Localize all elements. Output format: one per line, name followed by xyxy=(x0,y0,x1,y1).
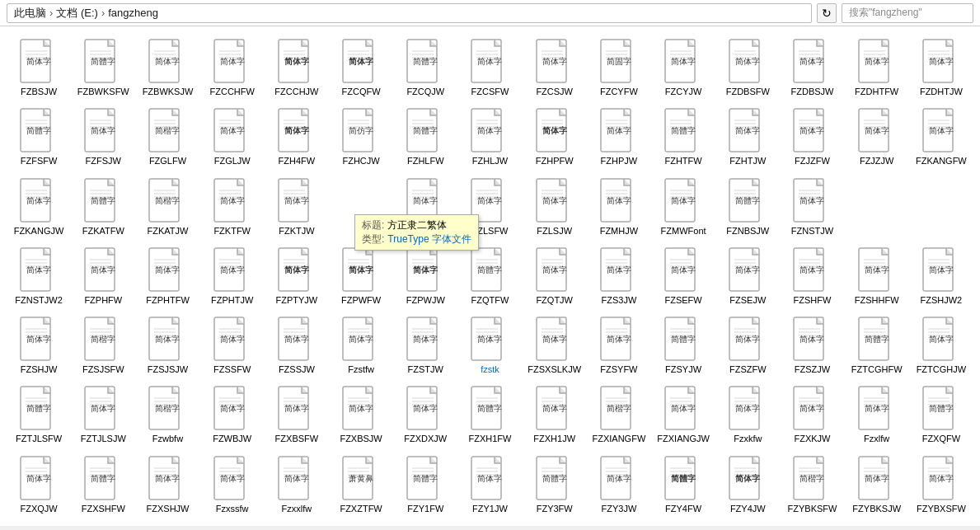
file-item[interactable]: 简体字Fzxlfw xyxy=(845,380,909,449)
file-item[interactable]: 简体字FZDHTJW xyxy=(909,33,973,102)
file-item[interactable]: 简体字FZSHJW2 xyxy=(909,242,973,311)
file-item[interactable]: 简固字FZCYFW xyxy=(587,33,651,102)
file-item[interactable]: 简体字FZXBSFW xyxy=(265,380,329,449)
file-item[interactable]: 简體字FZHLFW xyxy=(393,102,457,171)
file-item[interactable]: 简体字FZSYFW xyxy=(587,311,651,380)
file-item[interactable]: 简体字FZYBXSFW xyxy=(909,450,973,519)
file-item[interactable]: 简体字FZHLJW xyxy=(457,102,522,171)
file-item[interactable]: 简体字FZCSFW xyxy=(457,33,522,102)
file-item[interactable]: 简体字FZXSHJW xyxy=(135,450,199,519)
file-item[interactable]: 简體字FZFSFW xyxy=(7,102,71,171)
path-part-drive[interactable]: 文档 (E:) xyxy=(56,6,98,21)
file-item[interactable]: 简體字FZKATFW xyxy=(71,172,135,242)
file-item[interactable]: 简体字FZTCGHJW xyxy=(909,311,973,380)
file-item[interactable]: 简体字FZMHJW xyxy=(587,172,651,242)
file-item[interactable]: 简体字FZCCHFW xyxy=(200,33,265,102)
file-item[interactable]: 简体字FZXQJW xyxy=(7,450,71,519)
file-item[interactable]: 简体字FZCYJW xyxy=(651,33,715,102)
file-item[interactable]: 简体字FZCSJW xyxy=(523,33,587,102)
file-item[interactable]: 简體字FZXSHFW xyxy=(71,450,135,519)
file-item[interactable]: 简体字FZHPJW xyxy=(587,102,651,171)
file-item[interactable]: 简体字FZJZFW xyxy=(780,102,844,171)
file-item[interactable]: 简體字FZTJLSFW xyxy=(7,380,71,449)
file-item[interactable]: 简体字FZDBSJW xyxy=(780,33,844,102)
file-item[interactable]: 简体字FZCCHJW xyxy=(265,33,329,102)
file-item[interactable]: 简体字FZSEJW xyxy=(715,242,780,311)
file-item[interactable]: 简体字FZCQFW xyxy=(329,33,393,102)
file-item[interactable]: 简體字FZSYJW xyxy=(651,311,715,380)
file-item[interactable]: 简体字FZPTYJW xyxy=(265,242,329,311)
file-item[interactable]: 简体字FZXIANGJW xyxy=(651,380,715,449)
search-box[interactable]: 搜索"fangzheng" xyxy=(842,3,973,23)
file-item[interactable]: 简楷字FZGLFW xyxy=(135,102,199,171)
file-item[interactable]: 简体字FZXKJW xyxy=(780,380,844,449)
file-item[interactable]: 简体字FZYBKSJW xyxy=(845,450,909,519)
file-item[interactable]: 简体字FZPHFW xyxy=(71,242,135,311)
file-item[interactable]: 简体字FZSZJW xyxy=(780,311,844,380)
file-item[interactable]: 简體字FZY1FW xyxy=(393,450,457,519)
file-item[interactable]: 简体字FZGLJW xyxy=(200,102,265,171)
file-item[interactable]: 简体字FZFSJW xyxy=(71,102,135,171)
file-item[interactable]: 简体字FZKANGJW xyxy=(7,172,71,242)
file-item[interactable]: 简体字FZHTJW xyxy=(715,102,780,171)
file-item[interactable]: 简体字FZBWKSJW xyxy=(135,33,199,102)
file-item[interactable]: 简体字FZSZFW xyxy=(715,311,780,380)
file-item[interactable]: 简体字FZHPFW xyxy=(523,102,587,171)
file-item[interactable]: 简体字FZKTFW xyxy=(200,172,265,242)
file-item[interactable]: 简體字FZNBSJW xyxy=(715,172,780,242)
file-item[interactable]: 简体字FZXH1JW xyxy=(523,380,587,449)
file-item[interactable]: 简體字FZXH1FW xyxy=(457,380,522,449)
file-item[interactable]: 简体字FZXBSJW xyxy=(329,380,393,449)
file-item[interactable]: 简体字FZLSJW xyxy=(523,172,587,242)
file-item[interactable]: 简体字FZY3JW xyxy=(587,450,651,519)
file-item[interactable]: 简体字FZNSTJW xyxy=(780,172,844,242)
file-item[interactable]: 简体字Fzxkfw xyxy=(715,380,780,449)
file-item[interactable]: 简體字FZHTFW xyxy=(651,102,715,171)
file-item[interactable]: 简體字FZY4FW xyxy=(651,450,715,519)
path-part-folder[interactable]: fangzheng xyxy=(108,7,158,19)
file-item[interactable]: 简体字FZPHTFW xyxy=(135,242,199,311)
file-item[interactable]: 简体字FZQTJW xyxy=(523,242,587,311)
file-item[interactable]: 简体字FZKTJW xyxy=(265,172,329,242)
file-item[interactable]: 简体字FZPWFW xyxy=(329,242,393,311)
file-item[interactable]: 简楷字FZSJSFW xyxy=(71,311,135,380)
path-part-computer[interactable]: 此电脑 xyxy=(14,6,46,21)
file-item[interactable]: 简體字FZBWKSFW xyxy=(71,33,135,102)
file-item[interactable]: 简仿字FZHCJW xyxy=(329,102,393,171)
file-item[interactable]: 简体字FZSHHFW xyxy=(845,242,909,311)
file-item[interactable]: 简体字FZS3JW xyxy=(587,242,651,311)
file-item[interactable]: 简體字FZCQJW xyxy=(393,33,457,102)
file-item[interactable]: 简体字fzstk xyxy=(457,311,522,380)
file-item[interactable]: 简體字FZTCGHFW xyxy=(845,311,909,380)
file-item[interactable]: 简體字FZXQFW xyxy=(909,380,973,449)
file-item[interactable]: 简体字FZSHFW xyxy=(780,242,844,311)
file-item[interactable]: 简体字FZBSJW xyxy=(7,33,71,102)
file-item[interactable]: 简体字FZWBJW xyxy=(200,380,265,449)
file-item[interactable]: 简体字FZY1JW xyxy=(457,450,522,519)
file-item[interactable]: 简体字FZMWFont xyxy=(651,172,715,242)
address-path[interactable]: 此电脑 › 文档 (E:) › fangzheng xyxy=(7,3,812,23)
file-item[interactable]: 简楷字FZXIANGFW xyxy=(587,380,651,449)
file-item[interactable]: 简体字Fzxxlfw xyxy=(265,450,329,519)
file-item[interactable]: 简体字FZSEFW xyxy=(651,242,715,311)
file-item[interactable]: 简体字Fzxssfw xyxy=(200,450,265,519)
file-item[interactable]: 简体字FZNSTJW2 xyxy=(7,242,71,311)
file-item[interactable]: 简体字FZSTJW xyxy=(393,311,457,380)
file-item[interactable]: 简體字FZY3FW xyxy=(523,450,587,519)
file-item[interactable]: 简体字FZXDXJW xyxy=(393,380,457,449)
file-item[interactable]: 简体字FZH4FW xyxy=(265,102,329,171)
file-item[interactable]: 简体字FZDHTFW xyxy=(845,33,909,102)
file-item[interactable]: 简体字FZSSFW xyxy=(200,311,265,380)
file-item[interactable]: 简体字FZSHJW xyxy=(7,311,71,380)
file-item[interactable]: 简体字FZDBSFW xyxy=(715,33,780,102)
file-item[interactable]: 简体字FZPHTJW xyxy=(200,242,265,311)
file-item[interactable]: 简体字FZSSJW xyxy=(265,311,329,380)
file-item[interactable]: 简体字Fzstfw xyxy=(329,311,393,380)
file-item[interactable]: 简体字FZPWJW xyxy=(393,242,457,311)
refresh-button[interactable]: ↻ xyxy=(817,3,837,23)
file-item[interactable]: 简体字FZSXSLKJW xyxy=(523,311,587,380)
file-item[interactable]: 萧黄鼻FZXZTFW xyxy=(329,450,393,519)
file-item[interactable]: 简体字FZKANGFW xyxy=(909,102,973,171)
file-item[interactable]: 简体字FZSJSJW xyxy=(135,311,199,380)
file-item[interactable]: 简体字FZY4JW xyxy=(715,450,780,519)
